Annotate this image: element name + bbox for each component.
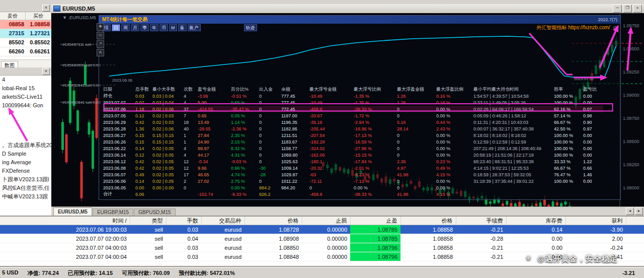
- stats-cell: -15.15 %: [354, 152, 397, 158]
- chart-area[interactable]: ▼ .EURUSD,M5 ✚▭↗A MT4统计每一笔交易 2022.7(7) 综…: [51, 13, 644, 206]
- settings-icon[interactable]: ⊙: [613, 25, 617, 31]
- stats-cell: 0.65: [198, 112, 231, 119]
- trade-cell: 2023.07.07 02:00:03: [0, 234, 130, 243]
- stats-period-tab[interactable]: 币: [159, 24, 168, 31]
- stats-period-tab[interactable]: 季: [140, 24, 149, 31]
- trade-row[interactable]: 2023.07.07 02:00:03sell0.04eurusd1.08908…: [0, 234, 644, 243]
- brand-link[interactable]: 外汇智能指标 https://fxznzb.com/: [536, 24, 610, 31]
- chart-object-toolbar: ✚▭↗A: [97, 23, 104, 56]
- stats-cell: [583, 191, 603, 197]
- stats-cell: 13.49: [198, 119, 231, 125]
- navigator-item[interactable]: 卜跟单V2023.13跟l: [0, 175, 51, 184]
- navigator-item[interactable]: 4: [0, 76, 51, 84]
- restore-icon[interactable]: ❐: [623, 5, 632, 13]
- trades-column-header[interactable]: 交易品种: [201, 217, 245, 225]
- trades-column-header[interactable]: 获利: [566, 217, 626, 225]
- chart-tool-icon[interactable]: ▭: [97, 32, 104, 39]
- trade-cell: 0.00: [506, 252, 566, 261]
- navigator-item[interactable]: 风控EA任意货币,任: [0, 184, 51, 192]
- trade-row[interactable]: 2023.07.06 19:00:03sell0.03eurusd1.08728…: [0, 225, 644, 234]
- trades-column-header[interactable]: 库存费: [506, 217, 566, 225]
- stats-cell: 1.22: [583, 158, 603, 165]
- close-icon[interactable]: ×: [42, 5, 50, 12]
- trades-column-header[interactable]: 价格: [400, 217, 456, 225]
- tab-track[interactable]: 轨迹: [244, 24, 257, 31]
- stats-cell: 4: [184, 93, 198, 99]
- price-axis-label: 1.09750: [623, 23, 639, 28]
- market-watch-row[interactable]: 088581.08858: [0, 20, 51, 29]
- navigator-item[interactable]: FXDefense: [0, 167, 51, 175]
- trades-column-header[interactable]: 类型: [130, 217, 166, 225]
- stats-cell: 0:12:59 | 0:12:59 | 0:12:59: [473, 138, 554, 145]
- stats-cell: 1.26: [397, 93, 436, 99]
- market-watch-row[interactable]: 662600.66261: [0, 47, 51, 56]
- stats-cell: -38.33 %: [354, 191, 397, 197]
- minimize-icon[interactable]: ─: [613, 5, 622, 13]
- close-icon[interactable]: ×: [42, 68, 50, 75]
- stats-period-tab[interactable]: 月: [131, 24, 139, 31]
- price-axis-label: 1.08250: [623, 162, 639, 167]
- stats-period-tab[interactable]: 账户: [188, 24, 201, 31]
- close-icon[interactable]: ×: [633, 5, 642, 13]
- trades-column-header[interactable]: 时间 /: [0, 217, 130, 225]
- stats-cell: 2023.07.07: [103, 99, 135, 106]
- trades-column-header[interactable]: 手数: [166, 217, 201, 225]
- navigator-item[interactable]: 。言成追跟单系统202: [0, 141, 51, 150]
- navigator-item[interactable]: arketsSC-Live11: [0, 93, 51, 101]
- chart-tab[interactable]: EURGBP,M15: [93, 208, 133, 216]
- stats-period-tab[interactable]: 年: [150, 24, 158, 31]
- chart-tool-icon[interactable]: ↗: [97, 40, 104, 48]
- stats-column-header: 总手数: [135, 86, 152, 93]
- stats-cell: 0.03: [135, 93, 152, 99]
- stats-cell: 984.20: [281, 184, 309, 191]
- trades-column-header[interactable]: 止损: [302, 217, 350, 225]
- navigator-item[interactable]: lobal-Real 15: [0, 84, 51, 93]
- stats-cell: 46.65: [198, 171, 231, 178]
- stats-panel: MT4统计每一笔交易 2022.7(7) 综日周月季年币M备账户 轨迹 外汇智能…: [99, 15, 621, 200]
- stats-cell: -424.55: [198, 106, 231, 112]
- chart-tool-icon[interactable]: A: [97, 49, 104, 56]
- trades-column-header[interactable]: 手续费: [456, 217, 506, 225]
- stats-cell: 0: [397, 132, 436, 138]
- trades-column-header[interactable]: [626, 217, 644, 225]
- stats-cell: 4.31 %: [231, 152, 259, 158]
- chart-tool-icon[interactable]: ✚: [97, 23, 104, 31]
- status-segment: 5 USD: [2, 269, 18, 277]
- stats-period-tab[interactable]: 备: [178, 24, 187, 31]
- stats-cell: 0.00 %: [354, 184, 397, 191]
- scroll-left-icon[interactable]: ◄: [626, 207, 634, 215]
- market-watch-row[interactable]: 273151.27321: [0, 29, 51, 38]
- stats-column-header: 盈亏比: [583, 86, 603, 93]
- navigator-item[interactable]: ing Average: [0, 158, 51, 167]
- stats-period-tab[interactable]: 周: [121, 24, 130, 31]
- trades-column-header[interactable]: 止盈: [350, 217, 400, 225]
- trade-row[interactable]: 2023.07.07 04:00:03sell0.03eurusd1.08850…: [0, 243, 644, 252]
- stats-cell: 0.02 | 0.05: [152, 145, 184, 152]
- stats-cell: 0.90: [583, 119, 603, 125]
- stats-cell: 2023.06.12: [103, 158, 135, 165]
- trade-cell: 0.00000: [302, 234, 350, 243]
- chart-tab[interactable]: GBPUSD,M15: [134, 208, 175, 216]
- scroll-right-icon[interactable]: ►: [635, 207, 643, 215]
- navigator-item[interactable]: D Sample: [0, 150, 51, 158]
- stats-column-header: 最大浮盈比例: [436, 86, 473, 93]
- trade-cell: 0.00000: [302, 243, 350, 252]
- stats-cell: 1029.87: [281, 171, 309, 178]
- stats-cell: 88.97: [198, 145, 231, 152]
- market-watch-row[interactable]: 855020.85502: [0, 38, 51, 47]
- trades-column-header[interactable]: 价格: [245, 217, 302, 225]
- trade-row[interactable]: 2023.07.07 04:00:04sell0.03eurusd1.08848…: [0, 252, 644, 261]
- stats-cell: -3.99: [198, 93, 231, 99]
- stats-period-tab[interactable]: 日: [112, 24, 120, 31]
- stats-column-header: 最小平均最大持仓时间: [473, 86, 554, 93]
- stats-cell: 4.15 %: [436, 191, 473, 197]
- stats-panel-header[interactable]: MT4统计每一笔交易 2022.7(7): [99, 16, 620, 24]
- chart-tab[interactable]: EURUSD,M5: [53, 207, 92, 216]
- symbol-period-text[interactable]: ▼ .EURUSD,M5: [62, 15, 96, 20]
- stats-cell: 12: [184, 158, 198, 165]
- stats-cell: 4:14:15 | 9:02:21 | 12:25:53: [473, 165, 554, 171]
- stats-cell: 2.15 %: [231, 138, 259, 145]
- stats-period-tab[interactable]: M: [169, 24, 177, 31]
- navigator-item[interactable]: 中喊单V2023.13跟: [0, 192, 51, 201]
- navigator-item[interactable]: 100099644: Gon: [0, 101, 51, 110]
